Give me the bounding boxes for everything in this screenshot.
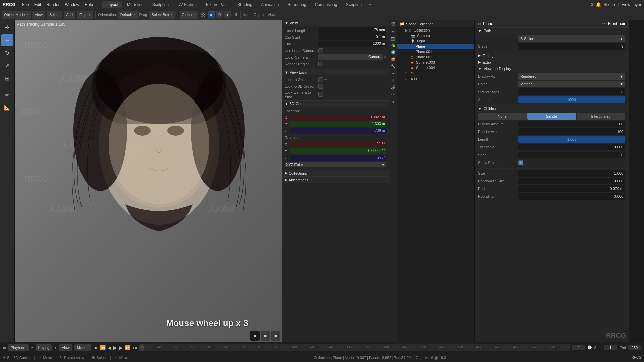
- lock-3d-cursor-check[interactable]: [318, 84, 323, 89]
- tree-camera[interactable]: 📷 Camera: [397, 33, 474, 38]
- tree-lov[interactable]: □ lov: [397, 70, 474, 76]
- viewport-display-header[interactable]: ▼ Viewport Display: [475, 66, 629, 72]
- local-camera-value[interactable]: Camera: [318, 54, 383, 60]
- clip-end-value[interactable]: 1000 m: [318, 41, 386, 47]
- pause-icon[interactable]: ⏸: [234, 12, 238, 17]
- clip-start-value[interactable]: 0.1 m: [318, 34, 386, 40]
- next-frame-btn[interactable]: ▶: [119, 345, 123, 350]
- add-btn[interactable]: Add: [64, 11, 76, 19]
- end-frame-input[interactable]: 250: [628, 345, 641, 350]
- object-props-btn[interactable]: 📦: [390, 56, 397, 63]
- play-btn[interactable]: ▶: [113, 345, 117, 350]
- mode-dropdown[interactable]: Object Mode ▼: [2, 11, 31, 19]
- physics-props-btn[interactable]: ⚛: [390, 77, 397, 84]
- tree-plane002[interactable]: ◻ Plane.002: [397, 54, 474, 60]
- view-section-header[interactable]: ▼ View: [282, 20, 389, 26]
- workspace-tab-scripting[interactable]: Scripting: [342, 1, 366, 8]
- strand-steps-value[interactable]: 6: [518, 88, 625, 95]
- cursor-rz-value[interactable]: 276°: [290, 155, 386, 161]
- jump-end-btn[interactable]: ⏭: [132, 345, 137, 350]
- tree-plane[interactable]: ◻ Plane: [397, 44, 474, 49]
- view-btn[interactable]: View: [32, 11, 45, 19]
- radius-value[interactable]: 0.079 m: [518, 185, 625, 192]
- size-value[interactable]: 1.000: [518, 170, 625, 177]
- menu-file[interactable]: File: [19, 2, 31, 8]
- current-frame-input[interactable]: 1: [572, 345, 585, 350]
- extra-header[interactable]: ▶ Extra: [475, 59, 629, 65]
- fps-icon[interactable]: 🕐: [587, 345, 592, 350]
- constraints-props-btn[interactable]: 🔗: [390, 84, 397, 91]
- timeline-view-label[interactable]: View: [59, 344, 72, 351]
- seed-value[interactable]: 0: [518, 152, 625, 158]
- object-btn[interactable]: Object: [77, 11, 93, 19]
- timeline-bar[interactable]: 10 20 30 40 50 60 70 80 90 100 110 120 1…: [139, 344, 570, 351]
- color-dropdown[interactable]: Material ▼: [518, 81, 625, 87]
- vp-btn-3[interactable]: ■: [271, 331, 280, 341]
- workspace-tab-sculpting[interactable]: Sculpting: [148, 1, 173, 8]
- scale-tool[interactable]: ⤢: [1, 60, 13, 72]
- workspace-tab-texture[interactable]: Texture Paint: [201, 1, 233, 8]
- next-keyframe-btn[interactable]: ⏩: [125, 345, 130, 350]
- display-as-dropdown[interactable]: Rendered ▼: [518, 73, 625, 80]
- bspline-dropdown[interactable]: B-Spline ▼: [518, 35, 625, 42]
- marker-label[interactable]: Marker: [74, 344, 91, 351]
- prev-frame-btn[interactable]: ◀: [108, 345, 111, 350]
- workspace-tab-animation[interactable]: Animation: [257, 1, 283, 8]
- display-amount-value[interactable]: 200: [518, 121, 625, 127]
- cursor-tool[interactable]: ✛: [1, 21, 13, 34]
- playback-label[interactable]: Playback: [8, 344, 29, 351]
- cursor-x-value[interactable]: 0.3827 m: [290, 115, 386, 121]
- workspace-tab-compositing[interactable]: Compositing: [311, 1, 341, 8]
- path-section-header[interactable]: ▼ Path: [475, 28, 629, 34]
- children-interpolated-btn[interactable]: Interpolated: [577, 113, 625, 120]
- workspace-tab-modeling[interactable]: Modeling: [123, 1, 148, 8]
- select-btn[interactable]: Select: [47, 11, 62, 19]
- menu-render[interactable]: Render: [44, 2, 62, 8]
- children-header[interactable]: ▼ Children: [475, 106, 629, 112]
- show-emitter-check[interactable]: [518, 160, 523, 165]
- annotations-header[interactable]: ▶ Annotations: [282, 177, 389, 183]
- children-none-btn[interactable]: None: [478, 113, 527, 120]
- jump-start-btn[interactable]: ⏮: [93, 345, 98, 350]
- annotate-tool[interactable]: ✏: [1, 88, 13, 101]
- focal-length-value[interactable]: 78 mm: [318, 27, 386, 34]
- menu-help[interactable]: Help: [82, 2, 96, 8]
- data-props-btn[interactable]: 〰: [390, 91, 397, 98]
- cursor-y-value[interactable]: -1.303 m: [290, 121, 386, 127]
- vp-btn-2[interactable]: ■: [261, 331, 270, 341]
- vp-btn-1[interactable]: ■: [250, 331, 260, 341]
- world-props-btn[interactable]: 🌍: [390, 49, 397, 56]
- workspace-tab-uv[interactable]: UV Editing: [173, 1, 201, 8]
- render-props-btn[interactable]: 🎬: [390, 21, 397, 27]
- rounding-value[interactable]: 0.000: [518, 193, 625, 200]
- lock-camera-check[interactable]: [318, 92, 323, 97]
- amount-value[interactable]: 100%: [518, 96, 625, 103]
- prev-keyframe-btn[interactable]: ⏪: [100, 345, 106, 350]
- tree-false[interactable]: □ false: [397, 76, 474, 81]
- material-props-btn[interactable]: ●: [390, 98, 397, 105]
- render-region-check[interactable]: [318, 62, 323, 66]
- orientation-dropdown[interactable]: Default ▼: [118, 11, 138, 19]
- move-tool[interactable]: ↔: [1, 34, 13, 46]
- solid-shading-btn[interactable]: ■: [208, 11, 215, 18]
- steps-value[interactable]: 9: [518, 43, 625, 50]
- menu-window[interactable]: Window: [62, 2, 82, 8]
- use-local-camera-check[interactable]: [318, 48, 323, 53]
- workspace-tab-layout[interactable]: Layout: [102, 1, 122, 8]
- collections-header[interactable]: ▶ Collections: [282, 170, 389, 176]
- viewport[interactable]: RRCG 人人素材 RCG 人人素材 RRCG 人人素材 RRCG 人人素材 R…: [15, 20, 282, 342]
- tree-collection[interactable]: ▶ □ Collection: [397, 27, 474, 33]
- transform-tool[interactable]: ⊞: [1, 72, 13, 84]
- measure-tool[interactable]: 📐: [1, 101, 13, 113]
- tree-sphere004[interactable]: ◉ Sphere.004: [397, 65, 474, 70]
- cursor-ry-value[interactable]: -0.000004°: [290, 148, 386, 154]
- view-lock-header[interactable]: ▼ View Lock: [282, 69, 389, 75]
- local-camera-close[interactable]: ✕: [383, 55, 386, 60]
- workspace-tab-rendering[interactable]: Rendering: [283, 1, 310, 8]
- timing-header[interactable]: ▶ Timing: [475, 52, 629, 59]
- threshold-value[interactable]: 0.000: [518, 144, 625, 150]
- rotate-tool[interactable]: ↻: [1, 47, 13, 59]
- particles-props-btn active[interactable]: ✦: [390, 70, 397, 77]
- start-frame-input[interactable]: 1: [604, 345, 617, 350]
- xyz-euler-dropdown[interactable]: XYZ Euler ▼: [285, 162, 386, 167]
